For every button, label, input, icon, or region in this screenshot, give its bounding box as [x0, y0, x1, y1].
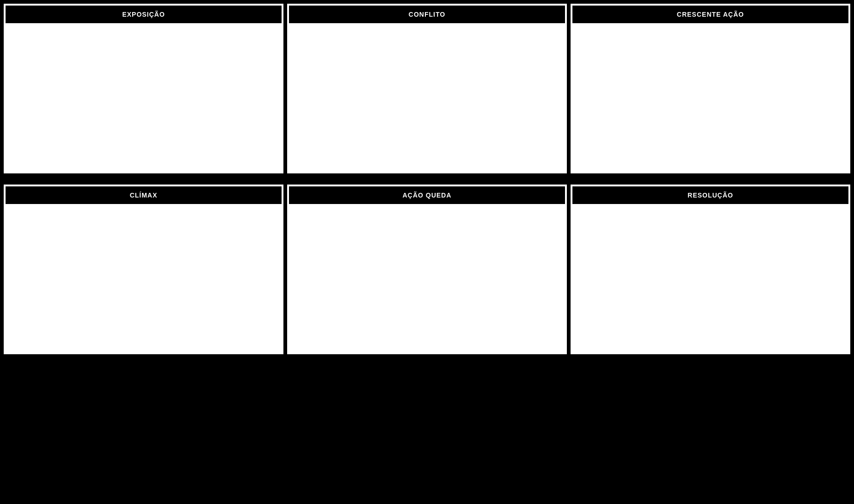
section-crescente-acao: CRESCENTE AÇÃO [571, 4, 850, 173]
exposicao-text [5, 145, 283, 172]
story-grid: EXPOSIÇÃO CONFLITO CRESCENTE AÇÃO CLÍMAX… [0, 0, 854, 358]
resolucao-header: RESOLUÇÃO [571, 185, 849, 205]
resolucao-title: RESOLUÇÃO [687, 191, 733, 199]
conflito-title: CONFLITO [409, 11, 445, 18]
crescente-acao-text [571, 145, 849, 172]
conflito-header: CONFLITO [288, 5, 566, 24]
crescente-acao-title: CRESCENTE AÇÃO [677, 11, 744, 18]
section-climax: CLÍMAX [4, 185, 283, 354]
acao-queda-image [288, 205, 566, 325]
conflito-text [288, 145, 566, 172]
crescente-acao-header: CRESCENTE AÇÃO [571, 5, 849, 24]
conflito-image [288, 24, 566, 145]
exposicao-header: EXPOSIÇÃO [5, 5, 283, 24]
resolucao-text [571, 325, 849, 353]
acao-queda-header: AÇÃO QUEDA [288, 185, 566, 205]
resolucao-image [571, 205, 849, 325]
exposicao-title: EXPOSIÇÃO [122, 11, 165, 18]
acao-queda-text [288, 325, 566, 353]
exposicao-image [5, 24, 283, 145]
acao-queda-title: AÇÃO QUEDA [403, 191, 452, 199]
climax-title: CLÍMAX [130, 191, 158, 199]
section-conflito: CONFLITO [287, 4, 567, 173]
section-resolucao: RESOLUÇÃO [571, 185, 850, 354]
crescente-acao-image [571, 24, 849, 145]
climax-image [5, 205, 283, 325]
row-divider [4, 177, 850, 181]
climax-header: CLÍMAX [5, 185, 283, 205]
section-acao-queda: AÇÃO QUEDA [287, 185, 567, 354]
section-exposicao: EXPOSIÇÃO [4, 4, 283, 173]
climax-text [5, 325, 283, 353]
